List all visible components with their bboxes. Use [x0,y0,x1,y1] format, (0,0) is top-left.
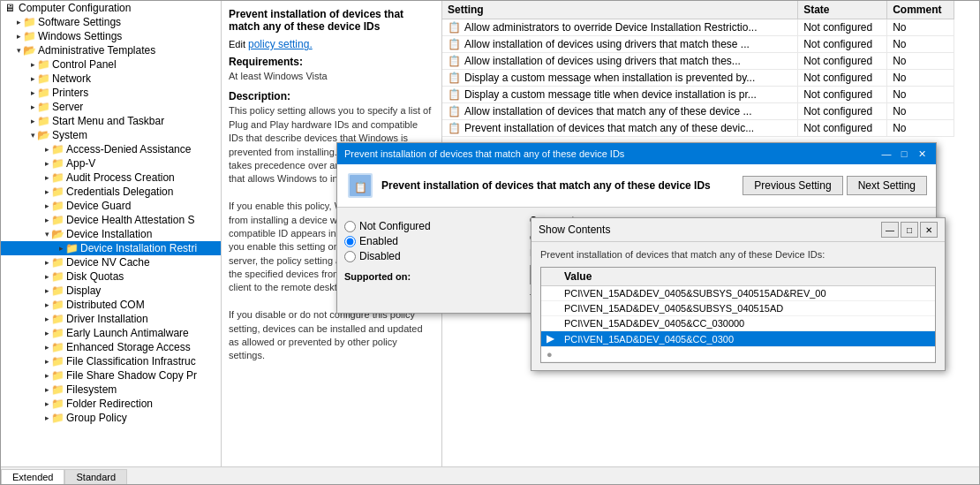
folder-icon: 📁 [22,16,36,28]
setting-cell: 📋Allow installation of devices using dri… [442,53,798,70]
supported-label: Supported on: [344,271,521,282]
tree-label: Software Settings [36,16,121,28]
tree-label: Control Panel [50,58,117,71]
tree-item-app-v[interactable]: ▸📁App-V [1,156,221,171]
tree-item-device-guard[interactable]: ▸📁Device Guard [1,199,221,213]
tab-extended[interactable]: Extended [1,469,64,484]
sc-row[interactable]: PCI\VEN_15AD&DEV_0405&SUBSYS_040515AD [541,301,935,316]
policy-dialog-restore[interactable]: □ [897,147,911,161]
tree-label: Driver Installation [64,313,148,325]
next-setting-btn[interactable]: Next Setting [847,176,927,195]
chevron-icon: ▸ [45,399,49,408]
setting-text: Allow installation of devices that match… [464,105,752,117]
radio-disabled[interactable]: Disabled [344,250,521,262]
tree-item-start-menu[interactable]: ▸📁Start Menu and Taskbar [1,114,221,128]
tree-item-audit-process[interactable]: ▸📁Audit Process Creation [1,171,221,185]
folder-icon: 📁 [50,383,64,396]
tree-item-file-classification[interactable]: ▸📁File Classification Infrastruc [1,354,221,368]
tree-item-filesystem[interactable]: ▸📁Filesystem [1,383,221,397]
sc-restore-btn[interactable]: □ [901,222,918,238]
policy-link[interactable]: policy setting. [248,38,313,50]
tree-item-file-share-shadow[interactable]: ▸📁File Share Shadow Copy Pr [1,368,221,383]
radio-disabled-label: Disabled [359,250,401,262]
table-row[interactable]: 📋Display a custom message when installat… [442,70,954,87]
tree-item-device-installation[interactable]: ▾📂Device Installation [1,227,221,241]
chevron-icon: ▸ [45,385,49,394]
sc-new-row[interactable]: ● [541,347,935,362]
policy-dialog-minimize[interactable]: — [879,147,893,161]
tree-item-server[interactable]: ▸📁Server [1,100,221,114]
radio-disabled-input[interactable] [344,251,356,262]
folder-icon: 📂 [22,44,36,57]
radio-not-configured[interactable]: Not Configured [344,220,521,232]
folder-icon: 📁 [36,115,50,127]
tree-item-device-install-restr[interactable]: ▸📁Device Installation Restri [1,241,221,255]
tree-item-group-policy[interactable]: ▸📁Group Policy [1,411,221,425]
table-row[interactable]: 📋Allow administrators to override Device… [442,19,954,36]
tree-label: Audit Process Creation [64,171,175,184]
state-cell: Not configured [798,87,887,103]
radio-not-configured-input[interactable] [344,221,356,232]
tree-item-folder-redirection[interactable]: ▸📁Folder Redirection [1,397,221,411]
tree-label: Start Menu and Taskbar [50,115,164,127]
policy-dialog-close[interactable]: ✕ [915,147,929,161]
tree-item-driver-installation[interactable]: ▸📁Driver Installation [1,312,221,326]
tree-item-system[interactable]: ▾📂System [1,128,221,142]
tree-item-printers[interactable]: ▸📁Printers [1,86,221,100]
radio-enabled-input[interactable] [344,236,356,247]
sc-minimize-btn[interactable]: — [881,222,899,238]
tree-label: Device Health Attestation S [64,214,194,226]
chevron-icon: ▸ [45,413,49,422]
computer-icon: 🖥 [3,2,17,14]
sc-new-value[interactable] [559,347,935,362]
tree-item-display[interactable]: ▸📁Display [1,284,221,298]
sc-close-btn[interactable]: ✕ [920,222,938,238]
table-row[interactable]: 📋Allow installation of devices that matc… [442,103,954,120]
radio-enabled[interactable]: Enabled [344,235,521,247]
tree-item-device-health[interactable]: ▸📁Device Health Attestation S [1,213,221,227]
tree-item-device-nv-cache[interactable]: ▸📁Device NV Cache [1,255,221,269]
table-row[interactable]: 📋Allow installation of devices using dri… [442,36,954,53]
tree-item-credentials[interactable]: ▸📁Credentials Delegation [1,185,221,199]
tree-item-control-panel[interactable]: ▸📁Control Panel [1,57,221,72]
chevron-icon: ▸ [45,173,49,182]
folder-icon: 📁 [36,58,50,71]
sc-value[interactable]: PCI\VEN_15AD&DEV_0405&SUBSYS_040515AD [559,301,935,316]
tree-item-computer-config[interactable]: 🖥Computer Configuration [1,1,221,15]
sc-arrow [541,301,559,316]
folder-icon: 📁 [50,299,64,311]
tree-item-software-settings[interactable]: ▸📁Software Settings [1,15,221,29]
tab-standard[interactable]: Standard [64,469,127,484]
chevron-icon: ▸ [45,258,49,267]
radio-enabled-label: Enabled [359,235,398,247]
folder-icon: 📁 [64,242,79,254]
tree-label: Administrative Templates [36,44,155,57]
sc-row[interactable]: PCI\VEN_15AD&DEV_0405&CC_030000 [541,316,935,331]
table-row[interactable]: 📋Prevent installation of devices that ma… [442,120,954,137]
tree-item-access-denied[interactable]: ▸📁Access-Denied Assistance [1,142,221,156]
sc-row[interactable]: PCI\VEN_15AD&DEV_0405&SUBSYS_040515AD&RE… [541,286,935,301]
setting-text: Allow administrators to override Device … [464,21,757,34]
tree-item-network[interactable]: ▸📁Network [1,72,221,86]
sc-value[interactable]: PCI\VEN_15AD&DEV_0405&CC_030000 [559,316,935,331]
table-row[interactable]: 📋Allow installation of devices using dri… [442,53,954,70]
prev-setting-btn[interactable]: Previous Setting [743,176,842,195]
tree-item-admin-templates[interactable]: ▾📂Administrative Templates [1,43,221,57]
comment-cell: No [887,87,954,103]
tree-item-early-launch[interactable]: ▸📁Early Launch Antimalware [1,326,221,340]
chevron-icon: ▸ [31,102,35,111]
tree-label: Disk Quotas [64,270,124,283]
sc-value[interactable]: PCI\VEN_15AD&DEV_0405&SUBSYS_040515AD&RE… [559,286,935,301]
tree-label: Enhanced Storage Access [64,341,191,353]
comment-cell: No [887,103,954,120]
svg-text:📋: 📋 [354,180,367,193]
tree-item-distributed-com[interactable]: ▸📁Distributed COM [1,298,221,312]
tree-item-windows-settings[interactable]: ▸📁Windows Settings [1,29,221,43]
table-row[interactable]: 📋Display a custom message title when dev… [442,87,954,103]
tree-label: Device Guard [64,200,131,212]
tree-item-enhanced-storage[interactable]: ▸📁Enhanced Storage Access [1,340,221,354]
tree-item-disk-quotas[interactable]: ▸📁Disk Quotas [1,269,221,284]
state-cell: Not configured [798,53,887,70]
sc-value[interactable]: PCI\VEN_15AD&DEV_0405&CC_0300 [559,331,935,347]
sc-row[interactable]: ▶PCI\VEN_15AD&DEV_0405&CC_0300 [541,331,935,347]
